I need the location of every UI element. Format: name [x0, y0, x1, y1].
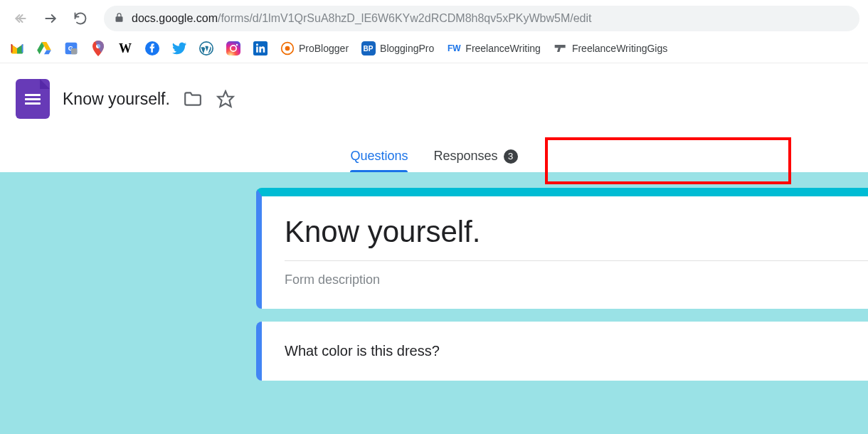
maps-icon [91, 41, 105, 55]
tabs-row: Questions Responses 3 [0, 143, 868, 172]
reload-button[interactable] [68, 6, 92, 31]
form-name[interactable]: Know yourself. [63, 90, 170, 109]
star-button[interactable] [216, 89, 235, 109]
bookmark-freelancewritinggigs[interactable]: FreelanceWritingGigs [554, 41, 667, 55]
bookmark-wordpress[interactable] [199, 41, 213, 55]
form-title-card[interactable]: Know yourself. Form description [256, 188, 868, 309]
bookmark-label: ProBlogger [299, 43, 349, 54]
back-button[interactable] [9, 6, 33, 31]
bookmark-label: FreelanceWritingGigs [572, 43, 667, 54]
bookmark-facebook[interactable] [145, 41, 159, 55]
wordpress-icon [199, 41, 213, 55]
linkedin-icon [253, 41, 268, 55]
browser-nav-bar: docs.google.com/forms/d/1lmV1QrSuA8hzD_l… [0, 0, 868, 37]
instagram-icon [226, 41, 240, 55]
svg-marker-17 [218, 91, 233, 107]
move-to-folder-button[interactable] [183, 89, 203, 109]
responses-count-badge: 3 [504, 149, 518, 164]
gmail-icon [10, 41, 24, 55]
question-card[interactable]: What color is this dress? [256, 322, 868, 381]
tab-questions[interactable]: Questions [350, 143, 408, 172]
tab-label: Questions [350, 149, 408, 164]
bloggingpro-icon: BP [361, 41, 376, 55]
bookmark-maps[interactable] [91, 41, 105, 55]
facebook-icon [145, 41, 159, 55]
svg-rect-5 [71, 48, 77, 54]
bookmark-wikipedia[interactable]: W [118, 41, 132, 55]
bookmark-bloggingpro[interactable]: BP BloggingPro [361, 41, 434, 55]
bookmark-instagram[interactable] [226, 41, 240, 55]
svg-point-11 [236, 44, 238, 46]
tab-label: Responses [433, 149, 497, 164]
form-description-input[interactable]: Form description [285, 261, 868, 287]
form-title-input[interactable]: Know yourself. [285, 215, 868, 261]
bookmarks-bar: G W ProBlogger BP BloggingPro FW Freelan… [0, 37, 868, 63]
bookmark-label: BloggingPro [380, 43, 434, 54]
bookmark-drive[interactable] [37, 41, 51, 55]
wikipedia-icon: W [118, 41, 132, 55]
twitter-icon [172, 41, 186, 55]
svg-rect-9 [226, 41, 240, 55]
bookmark-label: FreelanceWriting [465, 43, 541, 54]
translate-icon: G [64, 41, 78, 55]
forward-button[interactable] [38, 6, 63, 31]
svg-point-14 [285, 46, 290, 51]
forms-logo-icon[interactable] [16, 79, 50, 119]
lock-icon [114, 12, 125, 26]
drive-icon [37, 41, 51, 55]
svg-text:BP: BP [364, 45, 374, 53]
tab-responses[interactable]: Responses 3 [433, 143, 517, 172]
form-canvas: Know yourself. Form description What col… [0, 172, 868, 434]
question-text[interactable]: What color is this dress? [285, 343, 868, 359]
bookmark-problogger[interactable]: ProBlogger [280, 41, 349, 55]
bookmark-linkedin[interactable] [253, 41, 268, 55]
forms-header: Know yourself. [0, 63, 868, 143]
bookmark-freelancewriting[interactable]: FW FreelanceWriting [447, 41, 541, 55]
bookmark-translate[interactable]: G [64, 41, 78, 55]
gun-icon [554, 41, 568, 55]
problogger-icon [280, 41, 295, 55]
url-text: docs.google.com/forms/d/1lmV1QrSuA8hzD_l… [132, 12, 592, 25]
freelancewriting-icon: FW [447, 41, 461, 55]
bookmark-gmail[interactable] [10, 41, 24, 55]
bookmark-twitter[interactable] [172, 41, 186, 55]
address-bar[interactable]: docs.google.com/forms/d/1lmV1QrSuA8hzD_l… [104, 6, 859, 31]
